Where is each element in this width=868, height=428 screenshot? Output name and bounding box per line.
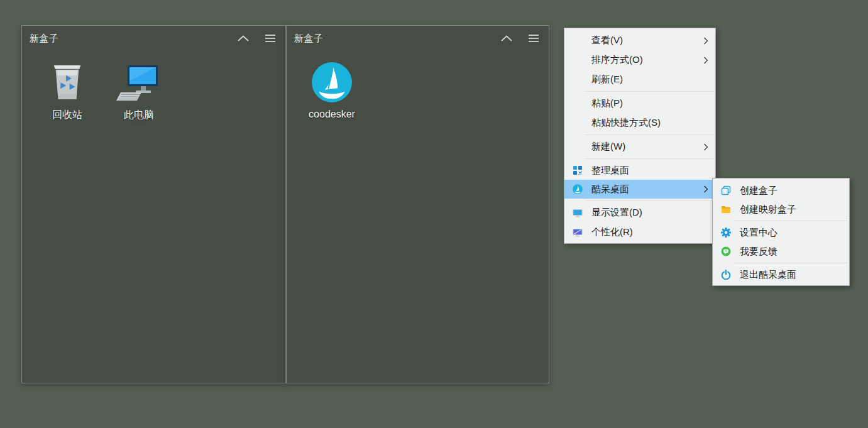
menu-item-sort-by[interactable]: 排序方式(O): [564, 50, 715, 70]
hamburger-icon[interactable]: [527, 34, 540, 43]
desktop-item-label: coodesker: [309, 109, 355, 120]
personalize-icon: [573, 228, 583, 238]
desktop-item-coodesker[interactable]: coodesker: [303, 60, 361, 120]
submenu-item-create-box[interactable]: 创建盒子: [713, 181, 849, 200]
menu-item-label: 个性化(R): [591, 226, 633, 238]
settings-gear-icon: [721, 228, 731, 238]
menu-item-label: 整理桌面: [591, 165, 629, 177]
create-box-icon: [721, 185, 731, 195]
menu-separator: [733, 221, 847, 221]
desktop-context-menu: 查看(V) 排序方式(O) 刷新(E) 粘贴(P) 粘贴快捷方式(S) 新建(W…: [564, 28, 716, 244]
menu-item-display-settings[interactable]: 显示设置(D): [564, 203, 715, 222]
menu-item-label: 创建盒子: [740, 185, 777, 197]
box-title: 新盒子: [294, 33, 324, 45]
submenu-item-settings-center[interactable]: 设置中心: [713, 223, 849, 242]
menu-item-label: 新建(W): [591, 141, 625, 153]
menu-item-organize-desktop[interactable]: 整理桌面: [564, 161, 715, 180]
feedback-icon: [721, 246, 731, 256]
menu-item-refresh[interactable]: 刷新(E): [564, 70, 715, 89]
submenu-arrow-icon: [703, 185, 708, 194]
menu-item-label: 创建映射盒子: [740, 204, 796, 216]
this-pc-icon: [116, 60, 162, 105]
submenu-arrow-icon: [703, 36, 708, 45]
menu-item-label: 酷呆桌面: [591, 184, 629, 195]
desktop-background[interactable]: 新盒子: [0, 0, 868, 428]
desktop-item-label: 回收站: [52, 109, 82, 122]
submenu-item-feedback[interactable]: 我要反馈: [713, 242, 849, 261]
menu-item-label: 粘贴快捷方式(S): [591, 117, 661, 129]
menu-item-label: 查看(V): [591, 35, 623, 47]
submenu-arrow-icon: [703, 56, 708, 64]
recycle-bin-icon: [49, 60, 85, 105]
submenu-item-exit-coodesker[interactable]: 退出酷呆桌面: [713, 265, 849, 284]
desktop-item-recycle-bin[interactable]: 回收站: [38, 60, 96, 122]
menu-separator: [585, 91, 713, 92]
menu-item-paste[interactable]: 粘贴(P): [564, 94, 715, 113]
menu-separator: [585, 134, 713, 135]
chevron-up-icon[interactable]: [236, 34, 250, 43]
box-title: 新盒子: [30, 33, 59, 45]
menu-item-label: 排序方式(O): [591, 54, 643, 66]
menu-item-label: 设置中心: [740, 227, 777, 239]
hamburger-icon[interactable]: [264, 34, 277, 43]
submenu-arrow-icon: [703, 143, 708, 151]
menu-item-personalize[interactable]: 个性化(R): [564, 222, 715, 242]
desktop-item-label: 此电脑: [124, 109, 154, 122]
menu-item-paste-shortcut[interactable]: 粘贴快捷方式(S): [564, 113, 715, 133]
menu-item-coodesker[interactable]: 酷呆桌面: [564, 180, 715, 199]
coodesker-icon: [573, 184, 583, 194]
menu-item-label: 显示设置(D): [591, 207, 642, 219]
menu-separator: [585, 200, 713, 201]
coodesker-submenu: 创建盒子 创建映射盒子: [712, 178, 850, 286]
organize-desktop-icon: [573, 165, 583, 175]
organizer-box-1: 新盒子: [21, 25, 286, 383]
organizer-box-2: 新盒子: [286, 25, 549, 383]
menu-item-label: 刷新(E): [591, 74, 623, 85]
box-2-titlebar[interactable]: 新盒子: [287, 26, 549, 51]
menu-separator: [733, 263, 847, 263]
coodesker-icon: [311, 60, 353, 105]
power-icon: [721, 270, 731, 280]
box-1-titlebar[interactable]: 新盒子: [22, 26, 285, 51]
desktop-item-this-pc[interactable]: 此电脑: [110, 60, 168, 122]
menu-item-view[interactable]: 查看(V): [564, 31, 715, 50]
chevron-up-icon[interactable]: [500, 34, 514, 43]
display-settings-icon: [573, 208, 583, 218]
menu-item-new[interactable]: 新建(W): [564, 137, 715, 156]
submenu-item-create-mapped-box[interactable]: 创建映射盒子: [713, 200, 849, 219]
menu-separator: [585, 158, 713, 159]
menu-item-label: 粘贴(P): [591, 97, 623, 109]
folder-icon: [721, 204, 731, 214]
menu-item-label: 退出酷呆桌面: [740, 269, 796, 281]
menu-item-label: 我要反馈: [740, 246, 777, 258]
